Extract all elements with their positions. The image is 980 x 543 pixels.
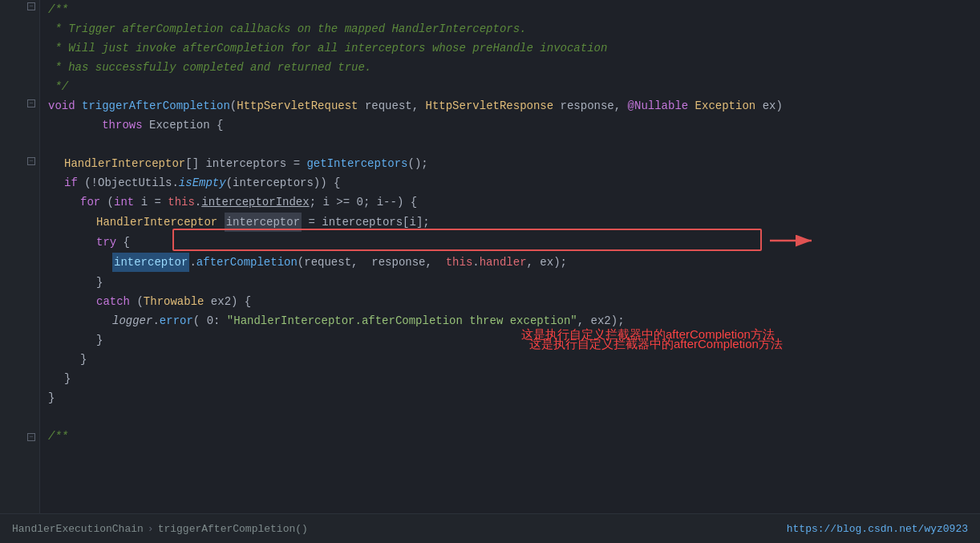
status-bar: HandlerExecutionChain › triggerAfterComp… bbox=[0, 513, 980, 543]
code-line: if (!ObjectUtils.isEmpty(interceptors)) … bbox=[40, 173, 980, 192]
code-line: } bbox=[40, 273, 980, 292]
code-line: throws Exception { bbox=[40, 115, 980, 135]
fold-marker-2[interactable]: − bbox=[27, 99, 35, 107]
code-line bbox=[40, 135, 980, 154]
code-line: for (int i = this.interceptorIndex; i >=… bbox=[40, 192, 980, 212]
fold-marker-3[interactable]: − bbox=[27, 157, 35, 165]
code-line: /** bbox=[40, 0, 980, 19]
code-line bbox=[40, 407, 980, 427]
code-line: } bbox=[40, 388, 980, 407]
code-line: logger.error( 0: "HandlerInterceptor.aft… bbox=[40, 311, 980, 330]
code-line-highlighted: interceptor.afterCompletion(request, res… bbox=[40, 252, 980, 273]
code-line: } bbox=[40, 369, 980, 388]
code-line: } bbox=[40, 350, 980, 369]
code-line: * Will just invoke afterCompletion for a… bbox=[40, 38, 980, 58]
code-line: } bbox=[40, 330, 980, 350]
breadcrumb-separator: › bbox=[148, 523, 154, 535]
code-content: /** * Trigger afterCompletion callbacks … bbox=[40, 0, 980, 446]
code-line: void triggerAfterCompletion(HttpServletR… bbox=[40, 96, 980, 115]
fold-marker-1[interactable]: − bbox=[27, 2, 35, 10]
code-line: HandlerInterceptor[] interceptors = getI… bbox=[40, 154, 980, 173]
breadcrumb: HandlerExecutionChain › triggerAfterComp… bbox=[12, 523, 308, 535]
code-line: HandlerInterceptor interceptor = interce… bbox=[40, 212, 980, 233]
red-arrow bbox=[770, 233, 818, 249]
breadcrumb-class: HandlerExecutionChain bbox=[12, 523, 144, 535]
code-line: try { bbox=[40, 233, 980, 252]
code-line: catch (Throwable ex2) { bbox=[40, 292, 980, 311]
code-line: /** bbox=[40, 427, 980, 446]
code-line: * Trigger afterCompletion callbacks on t… bbox=[40, 19, 980, 38]
breadcrumb-method: triggerAfterCompletion() bbox=[158, 523, 308, 535]
blog-url[interactable]: https://blog.csdn.net/wyz0923 bbox=[787, 523, 968, 535]
fold-marker-4[interactable]: − bbox=[27, 433, 35, 441]
gutter: − − − − bbox=[0, 0, 40, 513]
code-line: * has successfully completed and returne… bbox=[40, 58, 980, 77]
code-editor: − − − − /** * Trigger afterCompletion ca… bbox=[0, 0, 980, 513]
code-line: */ bbox=[40, 77, 980, 96]
